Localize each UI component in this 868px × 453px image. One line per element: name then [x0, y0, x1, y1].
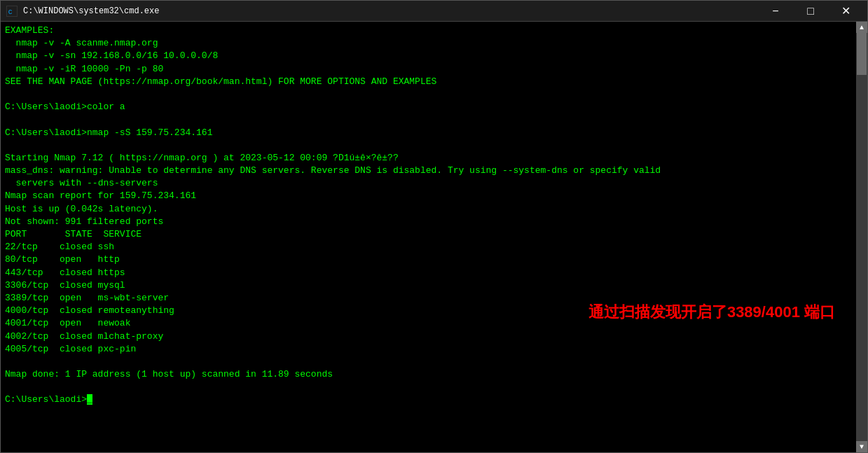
scroll-down-arrow[interactable]: ▼ [856, 441, 867, 452]
svg-text:C: C [8, 8, 13, 16]
terminal-text: EXAMPLES: nmap -v -A scanme.nmap.org nma… [5, 25, 852, 407]
terminal-output[interactable]: EXAMPLES: nmap -v -A scanme.nmap.org nma… [1, 22, 856, 452]
scroll-up-arrow[interactable]: ▲ [856, 22, 867, 33]
window-title: C:\WINDOWS\system32\cmd.exe [23, 6, 159, 16]
minimize-button[interactable]: − [759, 1, 792, 22]
scrollbar-track-area[interactable] [856, 33, 867, 441]
content-area: EXAMPLES: nmap -v -A scanme.nmap.org nma… [1, 22, 867, 452]
close-button[interactable]: ✕ [829, 1, 862, 22]
scrollbar[interactable]: ▲ ▼ [856, 22, 867, 452]
maximize-button[interactable]: □ [794, 1, 827, 22]
title-bar: C C:\WINDOWS\system32\cmd.exe − □ ✕ [1, 1, 867, 22]
title-bar-left: C C:\WINDOWS\system32\cmd.exe [6, 6, 159, 17]
scrollbar-thumb[interactable] [857, 33, 867, 75]
cmd-window: C C:\WINDOWS\system32\cmd.exe − □ ✕ EXAM… [0, 0, 868, 453]
window-controls: − □ ✕ [759, 1, 862, 22]
cmd-icon: C [6, 6, 18, 17]
